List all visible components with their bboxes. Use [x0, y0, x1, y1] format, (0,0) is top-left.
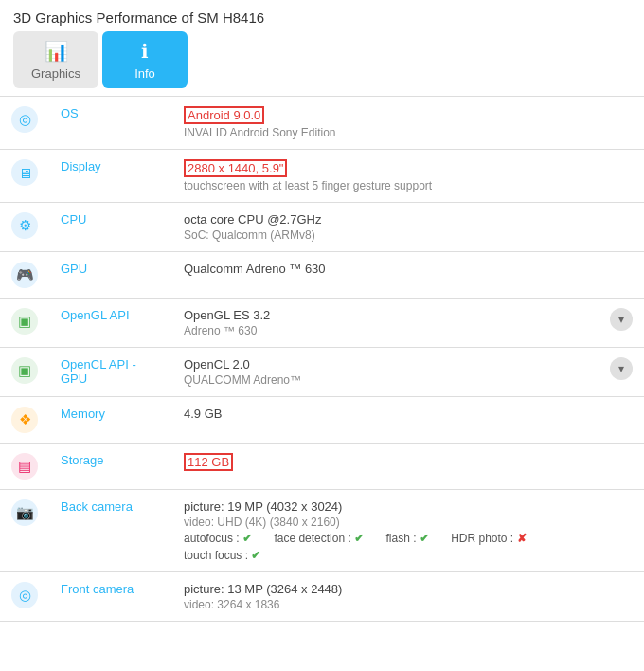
gpu-value: Qualcomm Adreno ™ 630 — [172, 252, 599, 299]
os-sub-value: INVALID Android Sony Edition — [184, 126, 587, 139]
memory-action — [599, 397, 644, 444]
storage-action — [599, 444, 644, 490]
storage-row-icon: ▤ — [0, 444, 49, 490]
storage-value: 112 GB — [172, 444, 599, 490]
tab-info[interactable]: ℹ Info — [102, 31, 188, 88]
os-row-icon: ◎ — [0, 97, 49, 150]
backcam-label: Back camera — [49, 490, 172, 572]
cpu-row-icon: ⚙ — [0, 203, 49, 252]
frontcam-value: picture: 13 MP (3264 x 2448)video: 3264 … — [172, 572, 599, 622]
memory-icon: ❖ — [11, 407, 38, 433]
memory-main-value: 4.9 GB — [184, 407, 222, 421]
backcam-row-icon: 📷 — [0, 490, 49, 572]
display-highlighted-value: 2880 x 1440, 5.9" — [184, 159, 287, 177]
display-value: 2880 x 1440, 5.9"touchscreen with at lea… — [172, 150, 599, 203]
autofocus-label: autofocus : ✔ — [184, 532, 261, 545]
gpu-icon: 🎮 — [11, 262, 38, 288]
flash-label: flash : ✔ — [385, 532, 438, 545]
display-label: Display — [49, 150, 172, 203]
opengl-dropdown-btn[interactable]: ▾ — [610, 308, 633, 331]
storage-highlighted-value: 112 GB — [184, 453, 233, 471]
page-header: 3D Graphics Performance of SM H8416 — [0, 0, 644, 31]
cpu-label: CPU — [49, 203, 172, 252]
flash-check: ✔ — [420, 532, 429, 545]
opencl-icon: ▣ — [11, 357, 38, 384]
backcam-icon: 📷 — [11, 499, 38, 526]
backcam-main-value: picture: 19 MP (4032 x 3024) — [184, 499, 342, 514]
os-action — [599, 97, 644, 150]
memory-value: 4.9 GB — [172, 397, 599, 444]
gpu-label: GPU — [49, 252, 172, 299]
table-row: ◎OSAndroid 9.0.0INVALID Android Sony Edi… — [0, 97, 644, 150]
frontcam-sub-value: video: 3264 x 1836 — [184, 598, 587, 611]
table-row: ▣OpenGL APIOpenGL ES 3.2Adreno ™ 630▾ — [0, 299, 644, 348]
table-row: ▤Storage112 GB — [0, 444, 644, 490]
display-row-icon: 🖥 — [0, 150, 49, 203]
table-row: 📷Back camerapicture: 19 MP (4032 x 3024)… — [0, 490, 644, 572]
hdr-label: HDR photo : ✘ — [451, 532, 535, 545]
cpu-main-value: octa core CPU @2.7GHz — [184, 212, 321, 227]
face-detection-check: ✔ — [354, 532, 364, 545]
os-value: Android 9.0.0INVALID Android Sony Editio… — [172, 97, 599, 150]
frontcam-row-icon: ◎ — [0, 572, 49, 622]
memory-label: Memory — [49, 397, 172, 444]
cpu-value: octa core CPU @2.7GHzSoC: Qualcomm (ARMv… — [172, 203, 599, 252]
opengl-row-icon: ▣ — [0, 299, 49, 348]
opencl-value: OpenCL 2.0QUALCOMM Adreno™ — [172, 348, 599, 397]
backcam-sub-value: video: UHD (4K) (3840 x 2160) — [184, 516, 587, 529]
cpu-icon: ⚙ — [11, 212, 38, 239]
tab-info-label: Info — [134, 66, 155, 81]
info-icon: ℹ — [141, 40, 149, 63]
backcam-action — [599, 490, 644, 572]
opencl-row-icon: ▣ — [0, 348, 49, 397]
opencl-action[interactable]: ▾ — [599, 348, 644, 397]
autofocus-check: ✔ — [242, 532, 252, 545]
tab-graphics-label: Graphics — [31, 66, 80, 81]
storage-label: Storage — [49, 444, 172, 490]
tabs-container: 📊 Graphics ℹ Info — [0, 31, 644, 88]
frontcam-icon: ◎ — [11, 582, 38, 608]
frontcam-action — [599, 572, 644, 622]
table-row: ❖Memory4.9 GB — [0, 397, 644, 444]
camera-features-row1: autofocus : ✔ face detection : ✔ flash :… — [184, 532, 587, 545]
opengl-icon: ▣ — [11, 308, 38, 335]
cpu-action — [599, 203, 644, 252]
table-row: ⚙CPUocta core CPU @2.7GHzSoC: Qualcomm (… — [0, 203, 644, 252]
display-sub-value: touchscreen with at least 5 finger gestu… — [184, 179, 587, 192]
gpu-main-value: Qualcomm Adreno ™ 630 — [184, 262, 326, 276]
memory-row-icon: ❖ — [0, 397, 49, 444]
gpu-action — [599, 252, 644, 299]
gpu-row-icon: 🎮 — [0, 252, 49, 299]
storage-icon: ▤ — [11, 453, 38, 480]
tab-graphics[interactable]: 📊 Graphics — [13, 31, 98, 88]
display-icon: 🖥 — [11, 159, 38, 186]
opencl-dropdown-btn[interactable]: ▾ — [610, 357, 633, 380]
table-row: 🖥Display2880 x 1440, 5.9"touchscreen wit… — [0, 150, 644, 203]
touch-focus-label: touch focus : ✔ — [184, 549, 270, 562]
os-icon: ◎ — [11, 106, 38, 133]
table-row: 🎮GPUQualcomm Adreno ™ 630 — [0, 252, 644, 299]
touch-focus-check: ✔ — [251, 549, 260, 562]
frontcam-label: Front camera — [49, 572, 172, 622]
backcam-value: picture: 19 MP (4032 x 3024)video: UHD (… — [172, 490, 599, 572]
opengl-label: OpenGL API — [49, 299, 172, 348]
page-title: 3D Graphics Performance of SM H8416 — [13, 9, 264, 26]
graphics-icon: 📊 — [45, 40, 68, 63]
opengl-action[interactable]: ▾ — [599, 299, 644, 348]
opencl-label: OpenCL API - GPU — [49, 348, 172, 397]
frontcam-main-value: picture: 13 MP (3264 x 2448) — [184, 582, 342, 596]
display-action — [599, 150, 644, 203]
cpu-sub-value: SoC: Qualcomm (ARMv8) — [184, 228, 587, 242]
table-row: ▣OpenCL API - GPUOpenCL 2.0QUALCOMM Adre… — [0, 348, 644, 397]
info-table: ◎OSAndroid 9.0.0INVALID Android Sony Edi… — [0, 96, 644, 622]
face-detection-label: face detection : ✔ — [274, 532, 373, 545]
os-highlighted-value: Android 9.0.0 — [184, 106, 264, 124]
opencl-sub-value: QUALCOMM Adreno™ — [184, 373, 587, 387]
camera-features-row2: touch focus : ✔ — [184, 549, 587, 562]
opencl-main-value: OpenCL 2.0 — [184, 357, 250, 372]
os-label: OS — [49, 97, 172, 150]
opengl-value: OpenGL ES 3.2Adreno ™ 630 — [172, 299, 599, 348]
opengl-main-value: OpenGL ES 3.2 — [184, 308, 270, 322]
table-row: ◎Front camerapicture: 13 MP (3264 x 2448… — [0, 572, 644, 622]
hdr-check: ✘ — [517, 532, 527, 545]
